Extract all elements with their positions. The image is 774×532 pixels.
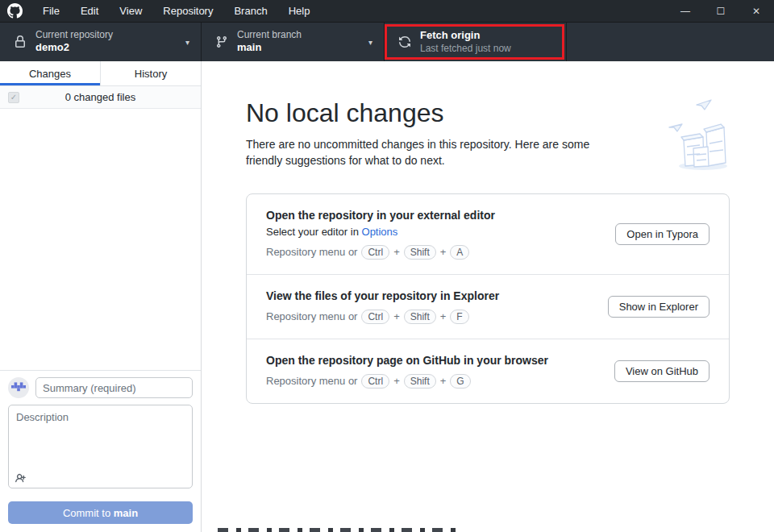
toolbar: Current repository demo2 ▾ Current branc… [0,23,774,61]
tab-changes[interactable]: Changes [0,61,100,85]
summary-input[interactable] [35,377,193,398]
shortcut-hint: Repository menu or Ctrl + Shift + G [266,374,548,389]
maximize-icon[interactable]: ☐ [703,0,739,23]
chevron-down-icon: ▾ [185,38,193,47]
clipped-background-window-artifact [218,528,456,532]
changed-files-count: 0 changed files [0,91,201,103]
changed-files-row: ✓ 0 changed files [0,86,201,109]
key-ctrl: Ctrl [361,245,389,260]
fetch-origin-button[interactable]: Fetch origin Last fetched just now [385,23,567,61]
menu-branch[interactable]: Branch [223,0,277,23]
changes-list-empty [0,109,201,370]
github-desktop-window: File Edit View Repository Branch Help — … [0,0,774,532]
close-icon[interactable]: ✕ [739,0,774,23]
key-shift: Shift [404,245,436,260]
open-in-typora-button[interactable]: Open in Typora [615,223,710,245]
menu-edit[interactable]: Edit [70,0,109,23]
menu-repository[interactable]: Repository [152,0,223,23]
github-logo-icon [7,3,23,19]
commit-form: Commit to main [0,370,201,532]
shortcut-hint: Repository menu or Ctrl + Shift + F [266,310,499,324]
current-repository-dropdown[interactable]: Current repository demo2 ▾ [0,23,202,61]
title-bar: File Edit View Repository Branch Help — … [0,0,774,23]
paper-stack-illustration [668,98,734,176]
lock-icon [14,35,27,48]
page-subtitle: There are no uncommitted changes in this… [246,136,625,169]
current-repository-value: demo2 [35,41,113,55]
key-ctrl: Ctrl [361,374,389,389]
chevron-down-icon: ▾ [368,38,376,47]
current-branch-dropdown[interactable]: Current branch main ▾ [202,23,385,61]
key-ctrl: Ctrl [361,310,389,324]
sync-icon [398,35,411,48]
show-in-explorer-button[interactable]: Show in Explorer [608,296,710,318]
avatar [8,377,29,398]
suggestion-open-editor: Open the repository in your external edi… [247,194,729,274]
current-branch-value: main [237,41,302,55]
menu-view[interactable]: View [109,0,152,23]
suggestions-card: Open the repository in your external edi… [246,193,730,404]
commit-button[interactable]: Commit to main [8,501,193,524]
tab-history[interactable]: History [100,61,201,85]
menu-file[interactable]: File [32,0,70,23]
suggestion-title: Open the repository in your external edi… [266,209,495,222]
fetch-origin-status: Last fetched just now [420,43,511,56]
key-g: G [450,374,470,389]
editor-select-line: Select your editor in Options [266,226,495,238]
page-title: No local changes [246,98,730,128]
fetch-origin-label: Fetch origin [420,29,511,43]
key-shift: Shift [404,374,436,389]
shortcut-hint: Repository menu or Ctrl + Shift + A [266,245,495,260]
content-area: Changes History ✓ 0 changed files [0,61,774,532]
view-on-github-button[interactable]: View on GitHub [614,360,710,382]
sidebar: Changes History ✓ 0 changed files [0,61,202,532]
key-a: A [450,245,469,260]
menu-help[interactable]: Help [278,0,321,23]
key-shift: Shift [404,310,436,324]
suggestion-show-explorer: View the files of your repository in Exp… [247,274,729,339]
current-repository-label: Current repository [35,29,113,42]
minimize-icon[interactable]: — [668,0,703,23]
window-controls: — ☐ ✕ [668,0,774,23]
sidebar-tabs: Changes History [0,61,201,86]
add-coauthor-icon[interactable] [15,472,27,484]
options-link[interactable]: Options [362,226,398,238]
suggestion-view-github: Open the repository page on GitHub in yo… [247,339,729,403]
description-textarea[interactable] [8,405,193,488]
key-f: F [450,310,468,324]
suggestion-title: Open the repository page on GitHub in yo… [266,354,548,367]
main-panel: No local changes There are no uncommitte… [202,61,774,532]
current-branch-label: Current branch [237,29,302,42]
toolbar-empty-area [567,23,774,61]
suggestion-title: View the files of your repository in Exp… [266,289,499,302]
git-branch-icon [215,35,228,48]
